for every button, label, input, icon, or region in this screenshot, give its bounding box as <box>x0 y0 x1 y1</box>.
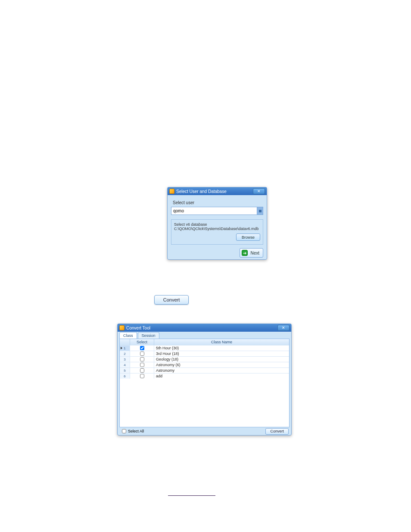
row-header[interactable]: 6 <box>120 373 130 379</box>
row-checkbox[interactable] <box>140 363 144 367</box>
table-row[interactable]: 15th Hour (30) <box>120 345 289 351</box>
app-icon <box>169 189 174 194</box>
user-combobox[interactable] <box>171 207 263 215</box>
row-checkbox[interactable] <box>140 352 144 356</box>
row-class-name: 3rd Hour (18) <box>154 351 289 356</box>
class-grid: Select Class Name 15th Hour (30)23rd Hou… <box>119 339 290 427</box>
table-row[interactable]: 5Astronomy <box>120 367 289 373</box>
arrow-right-icon: ➔ <box>242 250 248 256</box>
next-label: Next <box>250 251 259 255</box>
dialog-title: Convert Tool <box>126 326 277 330</box>
dialog-title: Select User and Database <box>176 189 253 194</box>
select-all-label: Select All <box>128 429 144 433</box>
dialog-titlebar[interactable]: Convert Tool ✕ <box>118 324 291 332</box>
footer-link-placeholder <box>168 495 215 496</box>
table-row[interactable]: 23rd Hour (18) <box>120 351 289 356</box>
current-row-indicator-icon <box>121 347 122 349</box>
browse-button[interactable]: Browse <box>236 233 260 241</box>
database-path: C:\QOMO\QClick\Systems\Database\datav6.m… <box>174 227 260 231</box>
col-class-name[interactable]: Class Name <box>154 339 289 345</box>
database-fieldset: Select v6 database C:\QOMO\QClick\System… <box>171 219 263 245</box>
row-select-cell[interactable] <box>130 357 154 362</box>
row-checkbox[interactable] <box>140 368 144 373</box>
table-row[interactable]: 6add <box>120 373 289 379</box>
convert-button[interactable]: Convert <box>265 428 289 435</box>
row-select-cell[interactable] <box>130 351 154 356</box>
select-all-checkbox[interactable]: Select All <box>120 428 144 435</box>
close-button[interactable]: ✕ <box>277 325 290 331</box>
tab-row: Class Session <box>118 332 291 339</box>
row-select-cell[interactable] <box>130 362 154 367</box>
row-select-cell[interactable] <box>130 368 154 373</box>
select-user-label: Select user <box>173 200 262 205</box>
user-input[interactable] <box>171 207 257 215</box>
close-icon: ✕ <box>257 190 261 193</box>
select-user-database-dialog: Select User and Database ✕ Select user S… <box>167 187 267 260</box>
tab-class[interactable]: Class <box>119 332 137 339</box>
row-checkbox[interactable] <box>140 357 144 361</box>
chevron-down-icon <box>259 210 262 212</box>
table-row[interactable]: 3Geology (18) <box>120 356 289 362</box>
convert-tool-window: Convert Tool ✕ Class Session Select Clas… <box>117 324 292 436</box>
row-class-name: Astronomy <box>154 368 289 373</box>
dialog-titlebar[interactable]: Select User and Database ✕ <box>168 187 267 195</box>
row-select-cell[interactable] <box>130 345 154 351</box>
row-class-name: 5th Hour (30) <box>154 345 289 351</box>
convert-button-standalone[interactable]: Convert <box>154 295 189 305</box>
next-button[interactable]: ➔ Next <box>240 248 263 258</box>
row-class-name: add <box>154 373 289 379</box>
dropdown-button[interactable] <box>257 207 263 215</box>
row-header[interactable]: 5 <box>120 368 130 373</box>
col-select[interactable]: Select <box>130 339 154 345</box>
close-icon: ✕ <box>282 326 285 330</box>
database-label: Select v6 database <box>174 222 260 227</box>
app-icon <box>119 325 125 330</box>
close-button[interactable]: ✕ <box>253 188 265 194</box>
row-checkbox[interactable] <box>140 374 144 378</box>
table-row[interactable]: 4Astronomy (6) <box>120 362 289 367</box>
grid-header: Select Class Name <box>120 339 289 345</box>
row-class-name: Astronomy (6) <box>154 362 289 367</box>
row-select-cell[interactable] <box>130 373 154 379</box>
row-header[interactable]: 2 <box>120 351 130 356</box>
row-checkbox[interactable] <box>140 346 144 350</box>
row-class-name: Geology (18) <box>154 357 289 362</box>
tab-session[interactable]: Session <box>138 332 159 339</box>
dialog-footer: Select All Convert <box>118 427 291 435</box>
row-header[interactable]: 4 <box>120 362 130 367</box>
select-all-input[interactable] <box>122 429 126 433</box>
row-header[interactable]: 3 <box>120 357 130 362</box>
row-header[interactable]: 1 <box>120 345 130 351</box>
